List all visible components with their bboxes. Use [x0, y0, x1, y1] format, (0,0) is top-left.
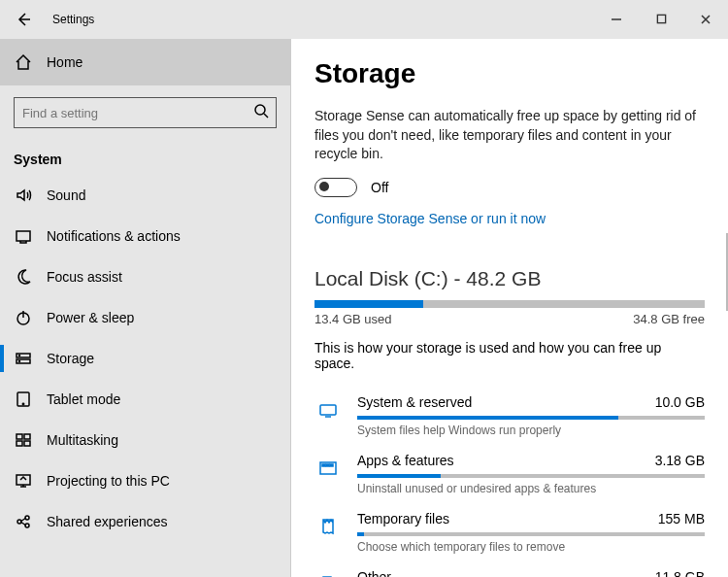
- sound-icon: [14, 186, 33, 205]
- svg-point-17: [25, 524, 29, 527]
- minimize-button[interactable]: [594, 0, 639, 39]
- category-bar: [357, 474, 705, 478]
- svg-point-7: [19, 361, 20, 362]
- disk-usage-fill: [314, 300, 423, 308]
- svg-rect-11: [24, 434, 30, 439]
- svg-rect-13: [24, 441, 30, 446]
- sidebar: Home System SoundNotifications & actions…: [0, 39, 291, 577]
- sidebar-item-label: Notifications & actions: [47, 228, 181, 244]
- sidebar-item-label: Storage: [47, 351, 94, 366]
- storage-sense-toggle-label: Off: [371, 180, 388, 195]
- category-size: 155 MB: [658, 511, 705, 526]
- sidebar-item-label: Focus assist: [47, 269, 122, 285]
- sidebar-item-share[interactable]: Shared experiences: [0, 501, 290, 542]
- sidebar-home[interactable]: Home: [0, 39, 290, 85]
- svg-rect-18: [320, 405, 336, 415]
- sidebar-item-notif[interactable]: Notifications & actions: [0, 216, 290, 256]
- category-size: 3.18 GB: [655, 453, 705, 468]
- storage-sense-toggle[interactable]: [314, 178, 357, 197]
- power-icon: [14, 308, 33, 327]
- storage-category-row[interactable]: Temporary files155 MBChoose which tempor…: [314, 501, 705, 560]
- svg-point-1: [255, 105, 265, 115]
- configure-storage-sense-link[interactable]: Configure Storage Sense or run it now: [314, 211, 705, 226]
- svg-point-16: [25, 516, 29, 520]
- title-bar: Settings: [0, 0, 728, 39]
- window-title: Settings: [47, 13, 94, 26]
- share-icon: [14, 512, 33, 531]
- svg-point-6: [19, 356, 20, 356]
- category-bar: [357, 416, 705, 420]
- sidebar-item-label: Shared experiences: [47, 514, 168, 529]
- svg-point-9: [22, 403, 23, 404]
- minimize-icon: [611, 14, 622, 25]
- search-container: [0, 85, 290, 140]
- sidebar-item-sound[interactable]: Sound: [0, 175, 290, 216]
- storage-icon: [14, 349, 33, 368]
- tablet-icon: [14, 390, 33, 409]
- category-bar: [357, 532, 705, 536]
- sidebar-item-moon[interactable]: Focus assist: [0, 256, 290, 297]
- disk-title: Local Disk (C:) - 48.2 GB: [314, 267, 705, 290]
- svg-rect-2: [17, 231, 30, 241]
- search-input[interactable]: [14, 97, 277, 128]
- multi-icon: [14, 430, 33, 450]
- page-title: Storage: [314, 58, 705, 89]
- storage-sense-description: Storage Sense can automatically free up …: [314, 107, 705, 164]
- sidebar-item-label: Projecting to this PC: [47, 473, 170, 489]
- svg-rect-22: [330, 464, 333, 466]
- content-pane: Storage Storage Sense can automatically …: [291, 39, 728, 577]
- sidebar-item-power[interactable]: Power & sleep: [0, 297, 290, 338]
- svg-rect-12: [17, 441, 22, 446]
- category-hint: Choose which temporary files to remove: [357, 540, 705, 554]
- svg-rect-10: [17, 434, 22, 439]
- storage-how-text: This is how your storage is used and how…: [314, 340, 705, 371]
- notif-icon: [14, 226, 33, 246]
- category-size: 11.8 GB: [655, 569, 705, 577]
- sidebar-item-tablet[interactable]: Tablet mode: [0, 379, 290, 420]
- sidebar-item-label: Power & sleep: [47, 310, 134, 325]
- back-button[interactable]: [0, 0, 47, 39]
- category-hint: System files help Windows run properly: [357, 424, 705, 437]
- maximize-button[interactable]: [639, 0, 683, 39]
- category-icon: [314, 513, 342, 540]
- category-icon: [314, 455, 342, 482]
- category-name: Temporary files: [357, 511, 449, 526]
- sidebar-item-label: Multitasking: [47, 432, 118, 448]
- storage-category-row[interactable]: Apps & features3.18 GBUninstall unused o…: [314, 443, 705, 501]
- sidebar-item-label: Sound: [47, 187, 85, 203]
- category-name: Apps & features: [357, 453, 454, 468]
- sidebar-section-label: System: [0, 140, 290, 175]
- disk-used-text: 13.4 GB used: [314, 312, 392, 326]
- category-icon: [314, 571, 342, 577]
- storage-category-row[interactable]: Other11.8 GB: [314, 560, 705, 577]
- sidebar-item-label: Tablet mode: [47, 391, 120, 407]
- sidebar-item-multi[interactable]: Multitasking: [0, 420, 290, 460]
- close-button[interactable]: [683, 0, 728, 39]
- close-icon: [700, 14, 711, 25]
- svg-point-15: [17, 520, 21, 524]
- category-name: System & reserved: [357, 394, 472, 410]
- back-arrow-icon: [16, 12, 31, 27]
- sidebar-item-storage[interactable]: Storage: [0, 338, 290, 379]
- category-hint: Uninstall unused or undesired apps & fea…: [357, 482, 705, 495]
- maximize-icon: [656, 14, 667, 24]
- category-name: Other: [357, 569, 391, 577]
- toggle-knob-icon: [319, 182, 329, 191]
- disk-usage-bar: [314, 300, 705, 308]
- storage-category-row[interactable]: System & reserved10.0 GBSystem files hel…: [314, 385, 705, 443]
- svg-rect-20: [322, 464, 325, 466]
- sidebar-home-label: Home: [47, 54, 83, 70]
- window-controls: [594, 0, 728, 39]
- svg-rect-21: [326, 464, 329, 466]
- svg-rect-0: [657, 15, 665, 22]
- search-icon: [253, 103, 269, 119]
- moon-icon: [14, 267, 33, 287]
- home-icon: [14, 52, 33, 72]
- category-icon: [314, 396, 342, 424]
- sidebar-item-project[interactable]: Projecting to this PC: [0, 460, 290, 501]
- category-size: 10.0 GB: [655, 394, 705, 410]
- project-icon: [14, 471, 33, 491]
- disk-free-text: 34.8 GB free: [633, 312, 705, 326]
